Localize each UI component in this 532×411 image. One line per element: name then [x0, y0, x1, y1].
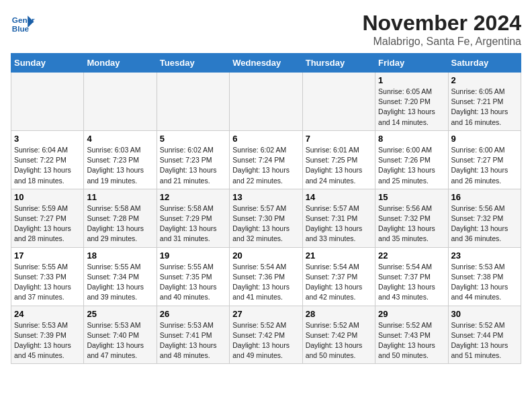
day-number: 18 — [87, 250, 153, 261]
day-cell: 13Sunrise: 5:57 AM Sunset: 7:30 PM Dayli… — [230, 189, 302, 247]
day-number: 27 — [232, 309, 299, 319]
day-number: 23 — [451, 250, 518, 261]
header-day-tuesday: Tuesday — [157, 54, 229, 73]
day-info: Sunrise: 6:02 AM Sunset: 7:23 PM Dayligh… — [160, 145, 226, 186]
day-cell: 28Sunrise: 5:52 AM Sunset: 7:42 PM Dayli… — [302, 306, 375, 364]
day-info: Sunrise: 6:02 AM Sunset: 7:24 PM Dayligh… — [232, 145, 299, 186]
day-info: Sunrise: 5:54 AM Sunset: 7:36 PM Dayligh… — [232, 262, 299, 303]
header-day-friday: Friday — [375, 54, 448, 73]
day-info: Sunrise: 5:53 AM Sunset: 7:40 PM Dayligh… — [87, 320, 153, 361]
day-cell: 14Sunrise: 5:57 AM Sunset: 7:31 PM Dayli… — [302, 189, 375, 247]
day-cell — [157, 73, 229, 131]
calendar-body: 1Sunrise: 6:05 AM Sunset: 7:20 PM Daylig… — [11, 73, 521, 364]
day-number: 7 — [306, 134, 372, 144]
week-row-0: 1Sunrise: 6:05 AM Sunset: 7:20 PM Daylig… — [11, 73, 521, 131]
day-cell: 1Sunrise: 6:05 AM Sunset: 7:20 PM Daylig… — [375, 73, 448, 131]
day-number: 15 — [378, 192, 445, 202]
header-day-monday: Monday — [84, 54, 157, 73]
day-cell: 27Sunrise: 5:52 AM Sunset: 7:42 PM Dayli… — [230, 306, 302, 364]
day-cell: 18Sunrise: 5:55 AM Sunset: 7:34 PM Dayli… — [84, 247, 157, 306]
day-info: Sunrise: 6:05 AM Sunset: 7:20 PM Dayligh… — [378, 87, 445, 128]
day-number: 28 — [306, 309, 372, 319]
day-cell: 5Sunrise: 6:02 AM Sunset: 7:23 PM Daylig… — [157, 130, 229, 189]
day-number: 5 — [160, 134, 226, 144]
day-number: 26 — [160, 309, 226, 319]
day-info: Sunrise: 5:52 AM Sunset: 7:44 PM Dayligh… — [451, 320, 518, 361]
day-number: 20 — [232, 250, 299, 261]
header-day-thursday: Thursday — [302, 54, 375, 73]
day-cell: 20Sunrise: 5:54 AM Sunset: 7:36 PM Dayli… — [230, 247, 302, 306]
day-cell: 22Sunrise: 5:54 AM Sunset: 7:37 PM Dayli… — [375, 247, 448, 306]
day-cell: 12Sunrise: 5:58 AM Sunset: 7:29 PM Dayli… — [157, 189, 229, 247]
month-title: November 2024 — [362, 11, 521, 36]
day-number: 30 — [451, 309, 518, 319]
day-info: Sunrise: 6:00 AM Sunset: 7:26 PM Dayligh… — [378, 145, 445, 186]
day-info: Sunrise: 6:04 AM Sunset: 7:22 PM Dayligh… — [14, 145, 81, 186]
svg-text:Blue: Blue — [12, 24, 30, 33]
day-number: 3 — [14, 134, 81, 144]
day-info: Sunrise: 5:56 AM Sunset: 7:32 PM Dayligh… — [378, 203, 445, 244]
day-number: 14 — [306, 192, 372, 202]
day-cell: 2Sunrise: 6:05 AM Sunset: 7:21 PM Daylig… — [448, 73, 521, 131]
day-info: Sunrise: 6:00 AM Sunset: 7:27 PM Dayligh… — [451, 145, 518, 186]
day-cell: 15Sunrise: 5:56 AM Sunset: 7:32 PM Dayli… — [375, 189, 448, 247]
day-cell: 17Sunrise: 5:55 AM Sunset: 7:33 PM Dayli… — [11, 247, 84, 306]
day-number: 29 — [378, 309, 445, 319]
day-info: Sunrise: 6:01 AM Sunset: 7:25 PM Dayligh… — [306, 145, 372, 186]
day-number: 10 — [14, 192, 81, 202]
day-info: Sunrise: 5:54 AM Sunset: 7:37 PM Dayligh… — [378, 262, 445, 303]
day-cell: 21Sunrise: 5:54 AM Sunset: 7:37 PM Dayli… — [302, 247, 375, 306]
day-cell: 16Sunrise: 5:56 AM Sunset: 7:32 PM Dayli… — [448, 189, 521, 247]
day-number: 16 — [451, 192, 518, 202]
header-day-saturday: Saturday — [448, 54, 521, 73]
day-cell: 6Sunrise: 6:02 AM Sunset: 7:24 PM Daylig… — [230, 130, 302, 189]
day-number: 9 — [451, 134, 518, 144]
location-title: Malabrigo, Santa Fe, Argentina — [362, 36, 521, 48]
day-info: Sunrise: 5:57 AM Sunset: 7:31 PM Dayligh… — [306, 203, 372, 244]
day-cell: 26Sunrise: 5:53 AM Sunset: 7:41 PM Dayli… — [157, 306, 229, 364]
day-cell: 8Sunrise: 6:00 AM Sunset: 7:26 PM Daylig… — [375, 130, 448, 189]
day-info: Sunrise: 5:57 AM Sunset: 7:30 PM Dayligh… — [232, 203, 299, 244]
title-area: November 2024 Malabrigo, Santa Fe, Argen… — [362, 11, 521, 48]
day-cell: 7Sunrise: 6:01 AM Sunset: 7:25 PM Daylig… — [302, 130, 375, 189]
day-cell: 30Sunrise: 5:52 AM Sunset: 7:44 PM Dayli… — [448, 306, 521, 364]
day-info: Sunrise: 6:03 AM Sunset: 7:23 PM Dayligh… — [87, 145, 153, 186]
day-number: 8 — [378, 134, 445, 144]
day-cell — [84, 73, 157, 131]
week-row-2: 10Sunrise: 5:59 AM Sunset: 7:27 PM Dayli… — [11, 189, 521, 247]
day-number: 19 — [160, 250, 226, 261]
day-cell: 9Sunrise: 6:00 AM Sunset: 7:27 PM Daylig… — [448, 130, 521, 189]
day-cell: 25Sunrise: 5:53 AM Sunset: 7:40 PM Dayli… — [84, 306, 157, 364]
day-cell: 10Sunrise: 5:59 AM Sunset: 7:27 PM Dayli… — [11, 189, 84, 247]
header-day-wednesday: Wednesday — [230, 54, 302, 73]
week-row-4: 24Sunrise: 5:53 AM Sunset: 7:39 PM Dayli… — [11, 306, 521, 364]
header: General Blue November 2024 Malabrigo, Sa… — [11, 11, 521, 48]
day-info: Sunrise: 5:59 AM Sunset: 7:27 PM Dayligh… — [14, 203, 81, 244]
week-row-1: 3Sunrise: 6:04 AM Sunset: 7:22 PM Daylig… — [11, 130, 521, 189]
day-info: Sunrise: 5:55 AM Sunset: 7:35 PM Dayligh… — [160, 262, 226, 303]
day-number: 1 — [378, 75, 445, 85]
day-info: Sunrise: 5:52 AM Sunset: 7:42 PM Dayligh… — [232, 320, 299, 361]
week-row-3: 17Sunrise: 5:55 AM Sunset: 7:33 PM Dayli… — [11, 247, 521, 306]
day-info: Sunrise: 5:53 AM Sunset: 7:38 PM Dayligh… — [451, 262, 518, 303]
day-info: Sunrise: 5:52 AM Sunset: 7:42 PM Dayligh… — [306, 320, 372, 361]
day-cell: 24Sunrise: 5:53 AM Sunset: 7:39 PM Dayli… — [11, 306, 84, 364]
day-info: Sunrise: 5:52 AM Sunset: 7:43 PM Dayligh… — [378, 320, 445, 361]
day-info: Sunrise: 6:05 AM Sunset: 7:21 PM Dayligh… — [451, 87, 518, 128]
header-day-sunday: Sunday — [11, 54, 84, 73]
day-info: Sunrise: 5:54 AM Sunset: 7:37 PM Dayligh… — [306, 262, 372, 303]
day-info: Sunrise: 5:56 AM Sunset: 7:32 PM Dayligh… — [451, 203, 518, 244]
day-number: 4 — [87, 134, 153, 144]
day-cell: 23Sunrise: 5:53 AM Sunset: 7:38 PM Dayli… — [448, 247, 521, 306]
header-row: SundayMondayTuesdayWednesdayThursdayFrid… — [11, 54, 521, 73]
day-number: 12 — [160, 192, 226, 202]
day-number: 13 — [232, 192, 299, 202]
day-cell: 4Sunrise: 6:03 AM Sunset: 7:23 PM Daylig… — [84, 130, 157, 189]
day-number: 11 — [87, 192, 153, 202]
day-number: 2 — [451, 75, 518, 85]
day-number: 17 — [14, 250, 81, 261]
day-number: 22 — [378, 250, 445, 261]
calendar-header: SundayMondayTuesdayWednesdayThursdayFrid… — [11, 54, 521, 73]
day-info: Sunrise: 5:53 AM Sunset: 7:41 PM Dayligh… — [160, 320, 226, 361]
day-number: 25 — [87, 309, 153, 319]
